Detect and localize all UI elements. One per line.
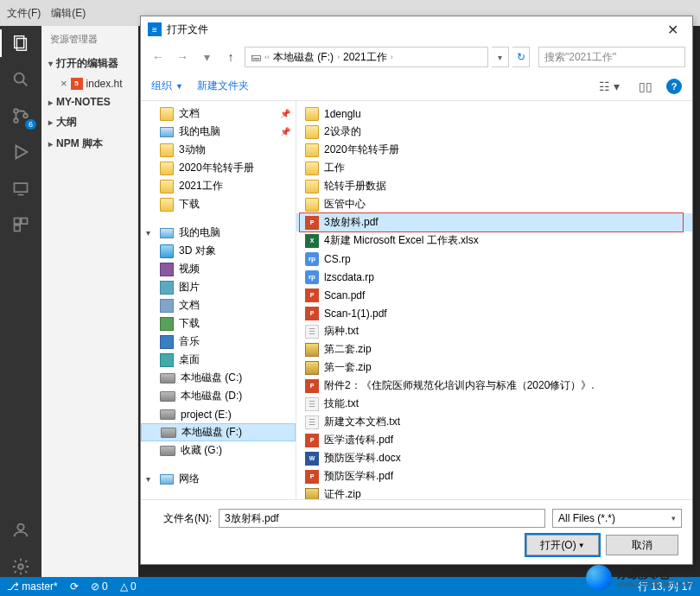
svg-line-3 [23,82,28,86]
refresh-button[interactable]: ↻ [512,47,530,67]
account-icon[interactable] [10,520,31,541]
file-name: CS.rp [324,253,351,265]
file-list[interactable]: 1denglu2设录的2020年轮转手册工作轮转手册数据医管中心P3放射科.pd… [296,101,692,499]
close-icon[interactable]: × [60,77,67,90]
menu-file[interactable]: 文件(F) [7,6,41,21]
tree-item[interactable]: 收藏 (G:) [141,441,296,460]
tree-item[interactable]: 视频 [141,260,296,278]
file-type-filter[interactable]: All Files (*.*) ▾ [552,509,682,528]
tree-item[interactable]: 本地磁盘 (F:) [141,423,296,441]
open-file-tab[interactable]: ×5index.ht [41,74,138,92]
tree-item[interactable]: ▾网络 [141,470,296,488]
tree-item[interactable]: 3D 对象 [141,242,296,260]
search-input[interactable]: 搜索"2021工作" [538,47,685,67]
filename-input[interactable] [219,509,545,528]
file-item[interactable]: P3放射科.pdf [296,213,692,231]
status-errors[interactable]: ⊘ 0 [91,580,108,593]
file-item[interactable]: ☰新建文本文档.txt [296,413,692,431]
watermark-url: www.XiTongTianDi.net [617,580,695,589]
nav-tree[interactable]: 文档📌我的电脑📌3动物2020年轮转手册2021工作下载▾我的电脑3D 对象视频… [141,101,296,499]
tree-item[interactable]: ▾我的电脑 [141,224,296,242]
file-item[interactable]: 第一套.zip [296,358,692,377]
file-item[interactable]: P医学遗传科.pdf [296,431,692,449]
file-item[interactable]: 医管中心 [296,195,692,213]
file-item[interactable]: P预防医学科.pdf [296,467,692,485]
file-name: 轮转手册数据 [324,179,386,193]
file-item[interactable]: PScan-1(1).pdf [296,304,692,322]
up-button[interactable]: ↑ [220,47,241,67]
breadcrumb-drive[interactable]: 本地磁盘 (F:) [273,50,334,65]
recent-dropdown[interactable]: ▾ [196,47,217,67]
file-item[interactable]: rpCS.rp [296,250,692,268]
tree-item[interactable]: 2021工作 [141,177,296,195]
view-mode-button[interactable]: ☷ ▾ [594,78,625,95]
gear-icon[interactable] [10,556,31,577]
file-item[interactable]: 工作 [296,159,692,177]
help-button[interactable]: ? [666,79,682,94]
status-sync[interactable]: ⟳ [70,580,79,593]
open-file-name: index.ht [86,78,123,90]
file-item[interactable]: X4新建 Microsoft Excel 工作表.xlsx [296,231,692,250]
file-item[interactable]: 轮转手册数据 [296,177,692,195]
organize-button[interactable]: 组织 ▼ [151,79,183,93]
html-icon: 5 [71,78,83,90]
source-control-icon[interactable]: 6 [10,105,31,126]
tree-item[interactable]: 2020年轮转手册 [141,159,296,177]
svg-point-13 [17,524,23,530]
svg-rect-10 [15,219,21,225]
section-outline[interactable]: ▸大纲 [41,111,138,133]
close-button[interactable]: ✕ [659,16,685,42]
file-item[interactable]: ☰病种.txt [296,322,692,340]
file-item[interactable]: PScan.pdf [296,286,692,304]
tree-item[interactable]: project (E:) [141,405,296,423]
svg-rect-8 [15,183,28,192]
tree-item[interactable]: 文档 [141,296,296,314]
search-icon[interactable] [10,69,31,90]
filename-label: 文件名(N): [151,511,212,526]
back-button[interactable]: ← [148,47,169,67]
extensions-icon[interactable] [10,214,31,235]
tree-item[interactable]: 图片 [141,278,296,296]
new-folder-button[interactable]: 新建文件夹 [197,79,249,93]
file-item[interactable]: ☰技能.txt [296,395,692,413]
file-name: 4新建 Microsoft Excel 工作表.xlsx [324,233,479,248]
tree-item[interactable]: 文档📌 [141,105,296,123]
forward-button[interactable]: → [172,47,193,67]
tree-item[interactable]: 本地磁盘 (C:) [141,369,296,387]
dialog-footer: 文件名(N): All Files (*.*) ▾ 打开(O) ▼ 取消 [141,499,692,564]
file-name: 预防医学科.pdf [324,469,393,484]
remote-icon[interactable] [10,178,31,199]
svg-rect-12 [15,225,21,231]
tree-item[interactable]: 下载 [141,195,296,213]
menu-edit[interactable]: 编辑(E) [51,6,86,21]
tree-item[interactable]: 3动物 [141,141,296,159]
tree-item[interactable]: 音乐 [141,333,296,351]
file-name: 证件.zip [324,487,361,499]
file-item[interactable]: 2020年轮转手册 [296,141,692,159]
file-item[interactable]: 1denglu [296,105,692,123]
file-item[interactable]: rplzscdata.rp [296,268,692,286]
tree-item[interactable]: 我的电脑📌 [141,123,296,141]
file-item[interactable]: 第二套.zip [296,340,692,358]
tree-item[interactable]: 本地磁盘 (D:) [141,387,296,405]
tree-item[interactable]: 下载 [141,314,296,333]
status-branch[interactable]: ⎇ master* [7,580,58,593]
status-warnings[interactable]: △ 0 [120,580,137,593]
open-button[interactable]: 打开(O) ▼ [526,535,599,555]
explorer-icon[interactable] [10,33,31,54]
svg-point-6 [23,114,28,118]
cancel-button[interactable]: 取消 [606,535,678,555]
section-npm[interactable]: ▸NPM 脚本 [41,133,138,155]
section-mynotes[interactable]: ▸MY-NOTES [41,92,138,111]
preview-pane-button[interactable]: ▯▯ [633,78,658,95]
breadcrumb[interactable]: 🖴 ‹‹ 本地磁盘 (F:) › 2021工作 › [245,47,488,67]
breadcrumb-dropdown[interactable]: ▾ [492,47,509,67]
breadcrumb-folder[interactable]: 2021工作 [343,50,387,65]
file-item[interactable]: 2设录的 [296,123,692,141]
file-item[interactable]: W预防医学科.docx [296,449,692,467]
run-icon[interactable] [10,142,31,162]
file-item[interactable]: 证件.zip [296,485,692,499]
file-item[interactable]: P附件2：《住院医师规范化培训内容与标准（2020修订）》. [296,377,692,395]
open-editors-section[interactable]: ▾打开的编辑器 [41,53,138,74]
tree-item[interactable]: 桌面 [141,351,296,369]
